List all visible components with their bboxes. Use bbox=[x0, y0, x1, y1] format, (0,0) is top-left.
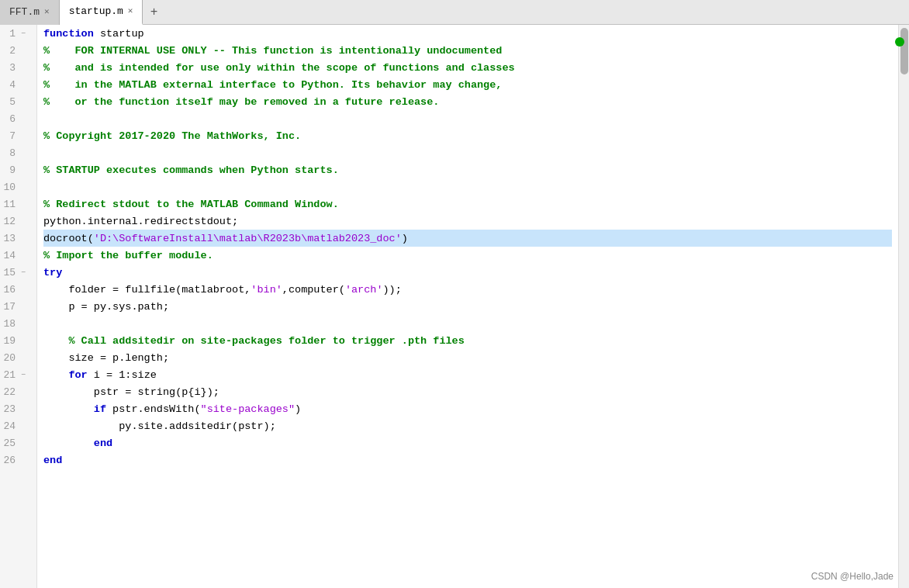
line-number: 13 bbox=[0, 233, 17, 244]
code-segment: % or the function itself may be removed … bbox=[43, 96, 439, 108]
code-segment: if bbox=[94, 403, 106, 415]
code-segment: ) bbox=[402, 233, 408, 244]
code-segment: ) bbox=[295, 403, 301, 415]
line-number-row: 25 bbox=[0, 434, 36, 451]
code-line: % and is intended for use only within th… bbox=[43, 59, 892, 76]
code-segment: % Copyright 2017-2020 The MathWorks, Inc… bbox=[43, 130, 301, 142]
tab-add-button[interactable]: + bbox=[143, 0, 164, 25]
code-segment: try bbox=[43, 267, 62, 278]
line-number: 22 bbox=[0, 386, 17, 398]
tab-FFTm[interactable]: FFT.m✕ bbox=[0, 0, 60, 25]
code-line: function startup bbox=[43, 25, 892, 42]
code-line: size = p.length; bbox=[43, 349, 892, 366]
code-line: try bbox=[43, 264, 892, 281]
line-number-row: 6 bbox=[0, 110, 36, 127]
fold-icon bbox=[19, 336, 28, 345]
code-line: docroot('D:\SoftwareInstall\matlab\R2023… bbox=[43, 230, 892, 247]
code-segment: startup bbox=[94, 28, 144, 40]
code-segment: % Redirect stdout to the MATLAB Command … bbox=[43, 199, 339, 210]
scrollbar[interactable] bbox=[898, 25, 909, 588]
code-line bbox=[43, 144, 892, 161]
line-number-row: 7 bbox=[0, 127, 36, 144]
code-segment: folder = fullfile(matlabroot, bbox=[43, 284, 251, 296]
code-segment: % in the MATLAB external interface to Py… bbox=[43, 79, 502, 91]
code-line: python.internal.redirectstdout; bbox=[43, 213, 892, 230]
line-number-row: 17 bbox=[0, 298, 36, 315]
fold-icon bbox=[19, 387, 28, 396]
code-line: % Call addsitedir on site-packages folde… bbox=[43, 332, 892, 349]
line-number: 17 bbox=[0, 301, 17, 313]
code-segment: end bbox=[43, 455, 62, 466]
line-number-row: 16 bbox=[0, 281, 36, 298]
line-number-row: 12 bbox=[0, 213, 36, 230]
line-number-row: 9 bbox=[0, 161, 36, 178]
code-segment: % Import the buffer module. bbox=[43, 250, 213, 261]
line-number: 20 bbox=[0, 352, 17, 364]
line-number-row: 11 bbox=[0, 195, 36, 213]
code-segment: p = py.sys.path; bbox=[43, 301, 169, 313]
code-segment: function bbox=[43, 28, 94, 40]
line-number-row: 26 bbox=[0, 451, 36, 469]
status-dot bbox=[895, 37, 904, 47]
fold-icon[interactable]: − bbox=[19, 268, 28, 277]
code-line: py.site.addsitedir(pstr); bbox=[43, 417, 892, 434]
code-segment: % Call addsitedir on site-packages folde… bbox=[43, 335, 465, 347]
code-segment: docroot( bbox=[43, 233, 94, 244]
fold-icon bbox=[19, 80, 28, 89]
fold-icon bbox=[19, 251, 28, 260]
tab-close-icon[interactable]: ✕ bbox=[128, 7, 133, 16]
code-segment: % STARTUP executes commands when Python … bbox=[43, 164, 339, 176]
line-number: 24 bbox=[0, 420, 17, 432]
line-number-row: 23 bbox=[0, 400, 36, 417]
code-segment: py.site.addsitedir(pstr); bbox=[43, 420, 276, 432]
fold-icon[interactable]: − bbox=[19, 370, 28, 379]
tab-label: startup.m bbox=[69, 5, 123, 17]
code-segment: 'D:\SoftwareInstall\matlab\R2023b\matlab… bbox=[94, 233, 402, 244]
code-segment: 'bin' bbox=[251, 284, 282, 296]
code-line: % Redirect stdout to the MATLAB Command … bbox=[43, 195, 892, 213]
tab-label: FFT.m bbox=[9, 6, 40, 18]
code-segment: size = p.length; bbox=[43, 352, 169, 364]
code-line: for i = 1:size bbox=[43, 366, 892, 383]
code-segment: end bbox=[94, 438, 112, 449]
line-number: 16 bbox=[0, 284, 17, 296]
fold-icon bbox=[19, 63, 28, 72]
code-segment bbox=[43, 369, 68, 381]
line-number-row: 14 bbox=[0, 247, 36, 264]
code-area[interactable]: function startup% FOR INTERNAL USE ONLY … bbox=[37, 25, 898, 588]
line-number-row: 13 bbox=[0, 230, 36, 247]
line-number: 5 bbox=[0, 96, 17, 108]
line-number: 26 bbox=[0, 455, 17, 466]
code-line bbox=[43, 110, 892, 127]
tab-startupm[interactable]: startup.m✕ bbox=[60, 0, 143, 25]
fold-icon bbox=[19, 182, 28, 192]
fold-icon bbox=[19, 285, 28, 294]
fold-icon bbox=[19, 353, 28, 362]
line-number: 2 bbox=[0, 45, 17, 57]
line-number: 14 bbox=[0, 250, 17, 261]
scrollbar-thumb[interactable] bbox=[900, 28, 908, 74]
fold-icon bbox=[19, 199, 28, 209]
fold-icon bbox=[19, 114, 28, 123]
line-number-row: 3 bbox=[0, 59, 36, 76]
tab-close-icon[interactable]: ✕ bbox=[44, 8, 50, 16]
code-line: folder = fullfile(matlabroot,'bin',compu… bbox=[43, 281, 892, 298]
fold-icon bbox=[19, 319, 28, 328]
fold-icon bbox=[19, 46, 28, 55]
fold-icon bbox=[19, 455, 28, 465]
line-number: 8 bbox=[0, 147, 17, 159]
line-number-row: 22 bbox=[0, 383, 36, 400]
code-line: pstr = string(p{i}); bbox=[43, 383, 892, 400]
code-line: p = py.sys.path; bbox=[43, 298, 892, 315]
line-number-row: 10 bbox=[0, 178, 36, 195]
line-number-row: 21− bbox=[0, 366, 36, 383]
line-number: 15 bbox=[0, 267, 17, 278]
code-segment: python.internal.redirectstdout; bbox=[43, 216, 238, 227]
line-number-row: 20 bbox=[0, 349, 36, 366]
fold-icon[interactable]: − bbox=[19, 29, 28, 38]
code-line: end bbox=[43, 434, 892, 451]
line-number-row: 1− bbox=[0, 25, 36, 42]
code-line: % or the function itself may be removed … bbox=[43, 93, 892, 110]
fold-icon bbox=[19, 302, 28, 311]
code-segment: % and is intended for use only within th… bbox=[43, 62, 515, 74]
